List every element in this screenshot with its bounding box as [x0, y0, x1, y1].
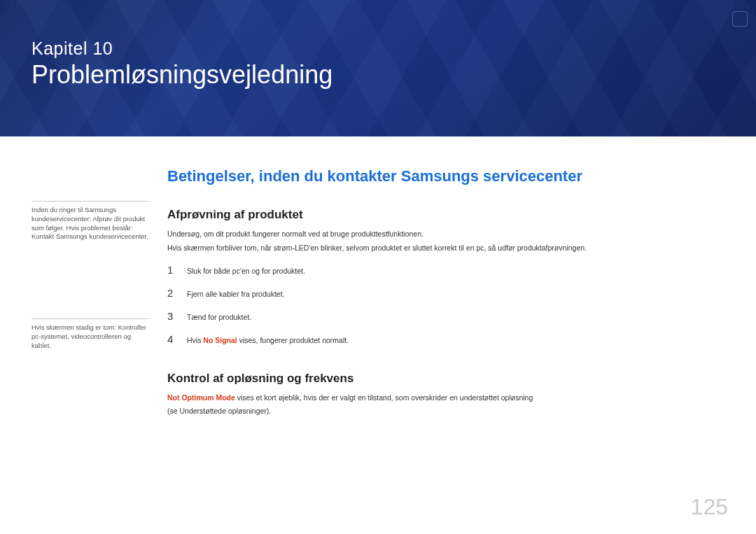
- step-number: 3: [167, 310, 177, 322]
- step-text: Fjern alle kabler fra produktet.: [187, 290, 284, 298]
- chapter-title: Problemløsningsvejledning: [31, 60, 756, 90]
- paragraph: Undersøg, om dit produkt fungerer normal…: [167, 229, 724, 240]
- subsection-title-resolution: Kontrol af opløsning og frekvens: [167, 372, 724, 386]
- step-number: 4: [167, 333, 177, 345]
- steps-list: 1 Sluk for både pc'en og for produktet. …: [167, 258, 724, 351]
- subsection-title-testing: Afprøvning af produktet: [167, 208, 724, 222]
- paragraph: (se Understøttede opløsninger).: [167, 406, 724, 417]
- page-number: 125: [691, 494, 728, 520]
- step-number: 1: [167, 264, 177, 276]
- sidebar-notes: Inden du ringer til Samsungs kundeservic…: [31, 167, 149, 420]
- step-number: 2: [167, 287, 177, 299]
- step-item: 4 Hvis No Signal vises, fungerer produkt…: [167, 328, 724, 351]
- main-content: Betingelser, inden du kontakter Samsungs…: [167, 167, 724, 420]
- step-text-prefix: Hvis: [187, 336, 203, 344]
- step-text: Sluk for både pc'en og for produktet.: [187, 267, 305, 275]
- chapter-banner: Kapitel 10 Problemløsningsvejledning: [0, 0, 756, 136]
- paragraph-text: vises et kort øjeblik, hvis der er valgt…: [235, 393, 533, 402]
- chapter-label: Kapitel 10: [31, 38, 756, 59]
- side-note-2: Hvis skærmen stadig er tom: Kontroller p…: [31, 318, 149, 350]
- step-text: Hvis No Signal vises, fungerer produktet…: [187, 336, 349, 344]
- step-text-suffix: vises, fungerer produktet normalt.: [237, 336, 349, 344]
- side-note-1: Inden du ringer til Samsungs kundeservic…: [31, 201, 149, 241]
- step-item: 2 Fjern alle kabler fra produktet.: [167, 281, 724, 304]
- step-item: 3 Tænd for produktet.: [167, 304, 724, 328]
- warning-term: No Signal: [203, 336, 237, 344]
- step-text: Tænd for produktet.: [187, 313, 251, 321]
- section-heading: Betingelser, inden du kontakter Samsungs…: [167, 167, 724, 185]
- paragraph: Not Optimum Mode vises et kort øjeblik, …: [167, 393, 724, 404]
- paragraph: Hvis skærmen forbliver tom, når strøm-LE…: [167, 243, 724, 254]
- warning-term: Not Optimum Mode: [167, 393, 235, 402]
- step-item: 1 Sluk for både pc'en og for produktet.: [167, 258, 724, 281]
